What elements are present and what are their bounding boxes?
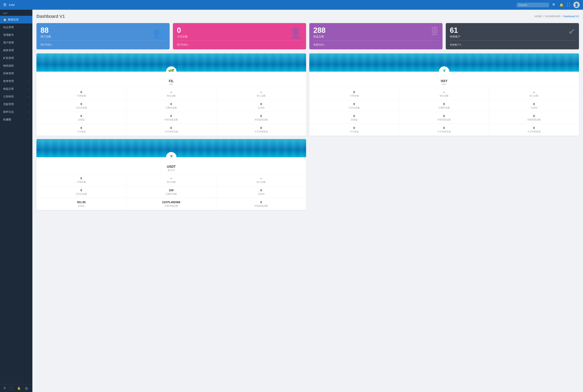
- notification-icon[interactable]: 🔔: [560, 3, 564, 7]
- sidebar-label-income: 收益记录: [3, 87, 14, 91]
- sidebar-item-admin-acct[interactable]: 管理账号 ›: [0, 31, 32, 39]
- stat-card-today-reg: 0 今日注册 👤 用户列表⊙: [173, 23, 306, 50]
- fil-logo-icon: 🌿: [168, 68, 174, 72]
- sidebar-item-oplog[interactable]: 操作日志 ›: [0, 108, 32, 116]
- chevron-right-icon: ›: [28, 118, 29, 121]
- chevron-right-icon: ›: [28, 111, 29, 113]
- sidebar-label-wallet: 钱包划转: [3, 64, 14, 68]
- sidebar-item-recharge[interactable]: 充提管理 ›: [0, 100, 32, 108]
- search-input[interactable]: [516, 3, 549, 7]
- total-users-number: 88: [40, 27, 166, 34]
- fil-stat-frozen: 0 总冻结: [216, 100, 306, 112]
- hxy-stat-frozen: 0 总冻结: [489, 100, 579, 112]
- currency-name-USDT: USDT: [36, 165, 306, 168]
- fil-stat-total-income: 0 总收益: [36, 112, 126, 124]
- usdt-stat-ext-recharge: 21075.492068 外部充值总数: [126, 198, 216, 210]
- users-icon: 👥: [153, 27, 166, 39]
- fullscreen-icon[interactable]: ⛶: [567, 3, 570, 7]
- currency-subname-HXY: HXY: [309, 83, 579, 86]
- fil-stat-today-recharge: 0 今日外部充值: [126, 124, 216, 136]
- sidebar-label-user-mgmt: 用户管理: [3, 41, 14, 44]
- usdt-stat-consensus: 0 已共识金额: [36, 186, 126, 198]
- sidebar-item-wallet[interactable]: 钱包划转 ›: [0, 62, 32, 70]
- hxy-logo-icon: ₮: [443, 69, 446, 72]
- chevron-right-icon: ›: [28, 26, 29, 28]
- total-income-link[interactable]: 查看列表⊙: [313, 43, 438, 46]
- usdt-stat-frozen: 0 总冻结: [216, 186, 306, 198]
- brand-label: EXM: [9, 4, 14, 6]
- currency-stats-HXY: 0 可用余额 -- 转出总数 -- 转入总数 0 已共识金额: [309, 88, 579, 136]
- chevron-right-icon: ›: [28, 96, 29, 98]
- currency-info-USDT: USDT 泰达币: [36, 157, 306, 174]
- hxy-stat-reserved: 0 已预约金额: [399, 100, 489, 112]
- fil-stat-transfer-out: -- 转出总数: [126, 88, 216, 100]
- currency-card-FIL: 🌿 FIL FIL 0 可用余额 -- 转出总数: [36, 54, 306, 136]
- sidebar-item-dashboard[interactable]: 🏠 数据总览: [0, 16, 32, 24]
- chevron-right-icon: ›: [28, 42, 29, 44]
- breadcrumb-sep1: /: [543, 15, 544, 18]
- chevron-right-icon: ›: [28, 50, 29, 52]
- currency-banner-FIL: 🌿: [36, 54, 306, 72]
- fil-stat-consensus: 0 已共识金额: [36, 100, 126, 112]
- topbar-left: ☰ EXM: [3, 3, 14, 7]
- lock-icon[interactable]: 🔒: [17, 386, 21, 390]
- today-reg-label: 今日注册: [177, 35, 302, 38]
- currency-subname-USDT: 泰达币: [36, 168, 306, 172]
- stat-cards-row: 88 用户总数 👥 用户列表⊙ 0 今日注册 👤 用户列表⊙ 288 收益总额 …: [36, 23, 579, 50]
- currency-info-FIL: FIL FIL: [36, 72, 306, 88]
- currency-card-USDT: ₮ USDT 泰达币 0 可用余额 -- 转出总数: [36, 139, 306, 210]
- hamburger-icon[interactable]: ☰: [3, 3, 6, 7]
- hxy-stat-today-withdraw: 0 今日外部提现: [489, 124, 579, 136]
- sidebar-item-rush-order[interactable]: 抢单管理 ›: [0, 77, 32, 85]
- currency-subname-FIL: FIL: [36, 83, 306, 86]
- chevron-right-icon: ›: [28, 57, 29, 59]
- sidebar-item-income[interactable]: 收益记录 ›: [0, 85, 32, 93]
- home-icon: 🏠: [3, 18, 6, 21]
- today-reg-number: 0: [177, 27, 302, 34]
- search-icon[interactable]: 🔍: [552, 3, 556, 7]
- sidebar-item-user-mgmt[interactable]: 用户管理 ›: [0, 39, 32, 46]
- sidebar-item-site-mgmt[interactable]: 站点管理 ›: [0, 24, 32, 31]
- total-users-link[interactable]: 用户列表⊙: [40, 43, 166, 46]
- settings-icon[interactable]: ⚙: [3, 386, 6, 390]
- empty-bottom-right: [309, 139, 579, 210]
- hxy-stat-transfer-out: -- 转出总数: [399, 88, 489, 100]
- total-income-label: 收益总额: [313, 35, 438, 38]
- chevron-right-icon: ›: [28, 88, 29, 90]
- expand-icon[interactable]: ⛶: [10, 386, 13, 390]
- sidebar-item-banner[interactable]: 轮播图 ›: [0, 116, 32, 124]
- fil-stat-today-income: 0 今日收益: [36, 124, 126, 136]
- usdt-stat-transfer-in: -- 转入总数: [216, 174, 306, 186]
- hxy-stat-ext-recharge: 0 外部充值总数: [399, 112, 489, 124]
- topbar-right: 🔍 🔔 ⛶ 👤: [516, 2, 580, 8]
- fil-stat-transfer-in: -- 转入总数: [216, 88, 306, 100]
- power-icon[interactable]: ⏻: [25, 386, 28, 390]
- main-content: Dashboard V1 HOME / DASHBOARD / Dashboar…: [32, 10, 583, 392]
- sidebar-label-admin-acct: 管理账号: [3, 33, 14, 37]
- sidebar-item-finance[interactable]: 财务管理 ›: [0, 46, 32, 54]
- usdt-logo-icon: ₮: [170, 154, 173, 157]
- breadcrumb-sep2: /: [562, 15, 562, 18]
- currency-info-HXY: HXY HXY: [309, 72, 579, 88]
- sidebar-section-title: BAT: [0, 10, 32, 16]
- avatar[interactable]: 👤: [573, 2, 580, 8]
- chevron-right-icon: ›: [28, 103, 29, 106]
- sidebar-item-order[interactable]: 排单管理 ›: [0, 70, 32, 77]
- fil-stat-ext-recharge: 0 外部充值总数: [126, 112, 216, 124]
- breadcrumb-parent[interactable]: DASHBOARD: [545, 15, 560, 18]
- page-title: Dashboard V1: [36, 14, 65, 19]
- breadcrumb: HOME / DASHBOARD / Dashboard V1: [534, 15, 579, 18]
- hxy-stat-today-income: 0 今日收益: [309, 124, 399, 136]
- breadcrumb-home[interactable]: HOME: [534, 15, 542, 18]
- sidebar-item-miner[interactable]: 矿机管理 ›: [0, 54, 32, 62]
- today-reg-link[interactable]: 用户列表⊙: [177, 43, 302, 46]
- sidebar-label-order: 排单管理: [3, 72, 14, 75]
- sidebar-item-news[interactable]: 公告快讯 ›: [0, 93, 32, 100]
- valid-accounts-link[interactable]: 有效账户⊙: [450, 43, 575, 46]
- database-icon: 🗄: [430, 27, 439, 36]
- sidebar: BAT 🏠 数据总览 站点管理 › 管理账号 › 用户管理 ›: [0, 10, 32, 392]
- sidebar-label-rush-order: 抢单管理: [3, 79, 14, 83]
- fil-stat-today-withdraw: 0 今日外部提现: [216, 124, 306, 136]
- sidebar-label-miner: 矿机管理: [3, 56, 14, 60]
- stat-card-valid-accounts: 61 有效账户 ✔ 有效账户⊙: [446, 23, 579, 50]
